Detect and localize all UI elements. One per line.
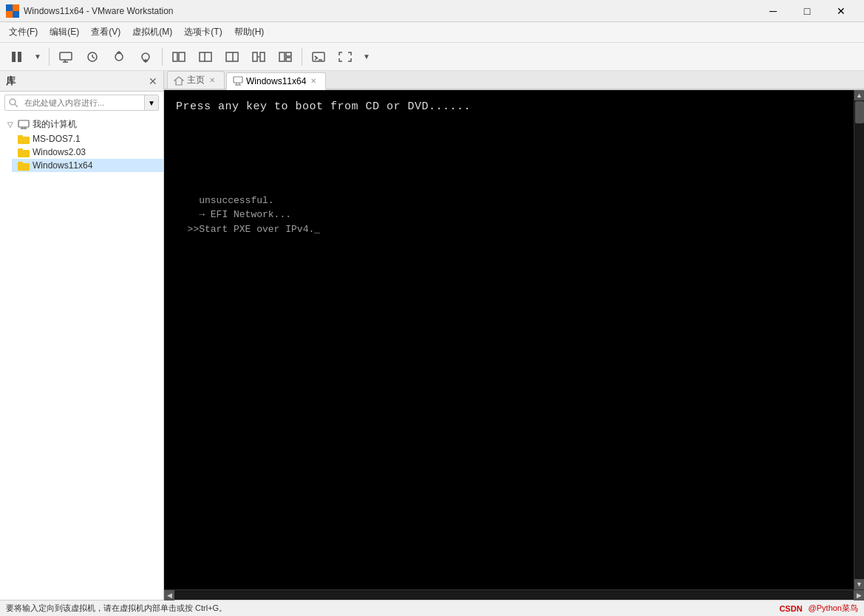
console-line-0: Press any key to boot from CD or DVD....… [176, 99, 842, 116]
title-bar: Windows11x64 - VMware Workstation ─ □ ✕ [0, 0, 864, 22]
send-ctrl-alt-del-button[interactable] [54, 46, 78, 68]
svg-rect-2 [6, 11, 13, 18]
menu-vm[interactable]: 虚拟机(M) [126, 22, 178, 42]
tree-item-win11-label: Windows11x64 [33, 160, 92, 171]
panels-button[interactable] [167, 46, 191, 68]
scroll-thumb[interactable] [855, 101, 864, 123]
svg-rect-5 [18, 52, 21, 62]
svg-rect-3 [13, 11, 19, 18]
tab-bar: 主页 ✕ Windows11x64 ✕ [164, 71, 864, 90]
svg-rect-26 [286, 52, 291, 56]
restore-snapshot-button[interactable] [134, 46, 157, 68]
menu-view[interactable]: 查看(V) [85, 22, 126, 42]
sidebar-title: 库 [6, 75, 16, 88]
separator-2 [162, 48, 163, 66]
close-button[interactable]: ✕ [824, 0, 858, 22]
take-snapshot-button[interactable] [107, 46, 131, 68]
svg-rect-40 [18, 150, 30, 157]
svg-line-11 [92, 57, 95, 58]
pause-dropdown[interactable]: ▼ [31, 51, 44, 62]
sidebar-close-button[interactable]: ✕ [149, 75, 157, 87]
separator-3 [302, 48, 302, 66]
pause-button[interactable] [4, 48, 31, 66]
svg-rect-17 [179, 52, 185, 61]
vm-tab-icon [233, 76, 243, 86]
console-line-4 [176, 162, 842, 178]
terminal-button[interactable] [307, 46, 330, 68]
tab-bar-wrapper: 主页 ✕ Windows11x64 ✕ Press any key to boo… [164, 71, 864, 600]
vm-icon-2 [18, 148, 30, 157]
svg-rect-22 [253, 52, 257, 61]
menu-help[interactable]: 帮助(H) [228, 22, 271, 42]
status-message: 要将输入定向到该虚拟机，请在虚拟机内部单击或按 Ctrl+G。 [6, 603, 227, 614]
search-input[interactable] [21, 98, 144, 107]
menu-edit[interactable]: 编辑(E) [44, 22, 85, 42]
tab-win11[interactable]: Windows11x64 ✕ [226, 72, 326, 90]
tab-home[interactable]: 主页 ✕ [167, 71, 225, 89]
clock-icon [85, 51, 100, 63]
tree-root-label: 我的计算机 [33, 118, 77, 131]
svg-point-12 [115, 53, 123, 61]
snapshot-manager-button[interactable] [81, 46, 104, 68]
panel-swap-button[interactable] [247, 46, 271, 68]
svg-rect-6 [60, 52, 72, 60]
console-line-2 [176, 131, 842, 147]
fullscreen-dropdown[interactable]: ▼ [360, 51, 373, 62]
fullscreen-button[interactable] [333, 46, 357, 68]
status-logo: CSDN [779, 604, 802, 613]
svg-rect-41 [18, 148, 23, 151]
maximize-button[interactable]: □ [790, 0, 824, 22]
tab-win11-label: Windows11x64 [246, 76, 306, 86]
svg-rect-34 [18, 120, 29, 127]
tab-win11-close[interactable]: ✕ [309, 77, 318, 85]
pause-group: ▼ [4, 48, 44, 66]
svg-rect-25 [279, 52, 285, 61]
minimize-button[interactable]: ─ [756, 0, 790, 22]
fullscreen-icon [338, 51, 353, 63]
menu-tab[interactable]: 选项卡(T) [178, 22, 228, 42]
console-line-3 [176, 147, 842, 162]
scroll-down-button[interactable]: ▼ [854, 579, 865, 589]
tree-item-msdos[interactable]: MS-DOS7.1 [12, 132, 163, 146]
hscroll-track [174, 590, 854, 600]
scroll-left-button[interactable]: ◀ [164, 590, 174, 600]
panel-swap-icon [251, 51, 266, 63]
computer-icon [18, 120, 30, 130]
monitor-icon [58, 51, 73, 63]
scroll-track [854, 100, 864, 579]
menu-file[interactable]: 文件(F) [3, 22, 44, 42]
pause-icon [10, 51, 25, 63]
tree-children: MS-DOS7.1 Windows2.03 Windows11x64 [12, 132, 163, 172]
panel-right-button[interactable] [220, 46, 244, 68]
panel-left-button[interactable] [194, 46, 217, 68]
sidebar-search[interactable]: ▼ [4, 95, 159, 111]
tree-item-win203[interactable]: Windows2.03 [12, 146, 163, 159]
sidebar-tree: ▽ 我的计算机 MS-DOS7.1 [0, 114, 163, 600]
tree-item-win11[interactable]: Windows11x64 [12, 159, 163, 172]
search-icon [8, 97, 18, 108]
console-line-5 [176, 178, 842, 194]
svg-rect-38 [18, 137, 30, 144]
tree-toggle: ▽ [6, 120, 15, 129]
scroll-up-button[interactable]: ▲ [854, 90, 865, 100]
svg-rect-16 [173, 52, 177, 61]
svg-rect-23 [260, 52, 265, 61]
svg-rect-42 [18, 163, 30, 171]
sidebar: 库 ✕ ▼ ▽ 我的计算机 [0, 71, 164, 600]
sidebar-header: 库 ✕ [0, 71, 163, 92]
vm-icon-1 [18, 134, 30, 144]
panel-2-icon [278, 51, 293, 63]
tab-home-close[interactable]: ✕ [208, 76, 217, 84]
scroll-right-button[interactable]: ▶ [854, 590, 864, 600]
toolbar: ▼ [0, 43, 864, 71]
svg-point-32 [10, 99, 16, 105]
tab-home-label: 主页 [187, 74, 205, 86]
search-dropdown-button[interactable]: ▼ [144, 95, 158, 110]
vm-console[interactable]: Press any key to boot from CD or DVD....… [164, 90, 854, 589]
window-controls: ─ □ ✕ [756, 0, 858, 22]
svg-rect-20 [226, 52, 238, 61]
svg-rect-0 [6, 4, 13, 11]
tree-item-my-computer[interactable]: ▽ 我的计算机 [0, 117, 163, 132]
console-hscrollbar: ◀ ▶ [164, 589, 864, 600]
panel-2-button[interactable] [273, 46, 297, 68]
